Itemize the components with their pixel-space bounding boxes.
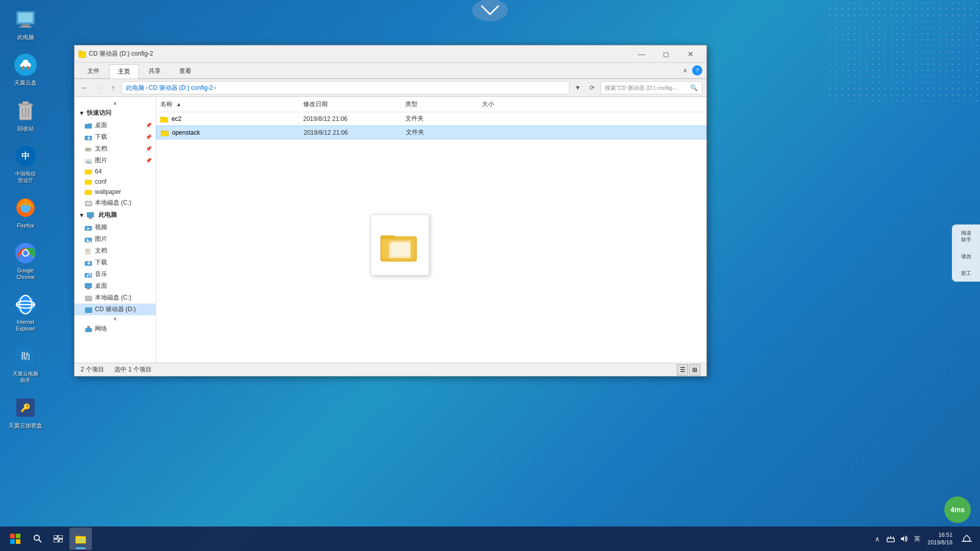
pictures-folder-icon bbox=[85, 157, 93, 164]
start-button[interactable] bbox=[4, 528, 27, 550]
tray-notification[interactable] bbox=[958, 530, 976, 548]
nav-item-documents-pc[interactable]: 文档 bbox=[75, 245, 156, 257]
svg-rect-43 bbox=[89, 217, 92, 218]
nav-item-pictures[interactable]: 图片 📌 bbox=[75, 155, 156, 166]
right-panel: 阅读 助手 请勿 部工 bbox=[952, 224, 980, 282]
tray-time-value: 16:51 bbox=[927, 531, 952, 539]
help-button[interactable]: ? bbox=[692, 65, 702, 76]
details-view-button[interactable]: ☰ bbox=[677, 364, 688, 375]
svg-rect-58 bbox=[85, 296, 92, 301]
google-chrome-label: GoogleChrome bbox=[16, 267, 35, 281]
folder-preview-icon bbox=[380, 227, 421, 263]
quick-access-header[interactable]: ▼ 快速访问 bbox=[75, 107, 156, 119]
close-button[interactable]: ✕ bbox=[679, 46, 702, 62]
svg-rect-3 bbox=[19, 27, 32, 28]
tray-volume-icon[interactable] bbox=[899, 534, 909, 544]
back-button[interactable]: ← bbox=[79, 82, 91, 94]
pictures-pc-icon bbox=[85, 236, 93, 243]
svg-rect-78 bbox=[59, 539, 63, 542]
address-path[interactable]: 此电脑 › CD 驱动器 (D:) config-2 › bbox=[121, 81, 570, 94]
col-header-size[interactable]: 大小 bbox=[478, 99, 539, 110]
nav-item-pictures-pc[interactable]: 图片 bbox=[75, 233, 156, 245]
nav-conf-label: conf bbox=[95, 178, 107, 185]
svg-text:🔑: 🔑 bbox=[20, 403, 31, 413]
nav-item-cd-drive[interactable]: CD 驱动器 (D:) bbox=[75, 304, 156, 315]
nav-scroll-up[interactable]: ▲ bbox=[75, 99, 156, 107]
notification-icon bbox=[962, 534, 972, 543]
taskbar-app-file-explorer[interactable] bbox=[69, 528, 92, 550]
desktop-icon-google-chrome[interactable]: GoogleChrome bbox=[5, 239, 46, 283]
svg-rect-63 bbox=[160, 117, 168, 122]
search-box[interactable]: 搜索"CD 驱动器 (D:) config-... 🔍 bbox=[600, 81, 702, 94]
right-panel-notice[interactable]: 请勿 bbox=[961, 253, 971, 260]
recycle-bin-icon bbox=[13, 98, 38, 123]
col-header-date[interactable]: 修改日期 bbox=[299, 99, 401, 110]
nav-item-downloads[interactable]: 下载 📌 bbox=[75, 131, 156, 143]
svg-rect-34 bbox=[86, 149, 90, 151]
nav-item-network[interactable]: 网络 bbox=[75, 323, 156, 335]
tray-network-icon[interactable] bbox=[886, 534, 896, 544]
firefox-icon bbox=[13, 195, 38, 220]
nav-desktop-label: 桌面 bbox=[95, 121, 107, 130]
desktop-icon-this-pc[interactable]: 此电脑 bbox=[5, 5, 46, 43]
task-view-button[interactable] bbox=[49, 530, 67, 548]
nav-item-desktop-pc[interactable]: 桌面 bbox=[75, 280, 156, 292]
item-count: 2 个项目 bbox=[81, 365, 104, 374]
ribbon-tab-home[interactable]: 主页 bbox=[109, 64, 139, 79]
nav-wallpaper-label: wallpaper bbox=[95, 188, 121, 195]
minimize-button[interactable]: — bbox=[630, 46, 653, 62]
desktop-icon-tianyi-cloud[interactable]: 天翼云盘 bbox=[5, 51, 46, 88]
nav-local-c-label: 本地磁盘 (C:) bbox=[95, 293, 131, 302]
ribbon-collapse-button[interactable]: ∧ bbox=[680, 65, 690, 76]
nav-item-local-c[interactable]: 本地磁盘 (C:) bbox=[75, 292, 156, 304]
svg-point-73 bbox=[34, 535, 39, 540]
col-header-type[interactable]: 类型 bbox=[401, 99, 478, 110]
right-panel-read[interactable]: 阅读 助手 bbox=[961, 230, 971, 243]
ping-badge[interactable]: 4ms bbox=[944, 496, 971, 523]
desktop-icon-ie[interactable]: InternetExplorer bbox=[5, 290, 46, 334]
up-button[interactable]: ↑ bbox=[107, 82, 119, 94]
ribbon-tab-share[interactable]: 共享 bbox=[140, 64, 169, 78]
nav-item-downloads-pc[interactable]: 下载 bbox=[75, 257, 156, 268]
quick-access-label: 快速访问 bbox=[87, 109, 111, 117]
taskbar-search[interactable] bbox=[29, 530, 47, 548]
file-row-ec2[interactable]: ec2 2019/8/12 21:06 文件夹 bbox=[156, 112, 706, 126]
large-icons-view-button[interactable]: ⊞ bbox=[689, 364, 700, 375]
this-pc-header[interactable]: ▼ 此电脑 bbox=[75, 209, 156, 221]
forward-button[interactable]: → bbox=[93, 82, 105, 94]
desktop-icon-china-telecom[interactable]: 中 中国电信营业厅 bbox=[5, 142, 46, 186]
nav-item-music[interactable]: 音乐 bbox=[75, 268, 156, 280]
nav-item-documents[interactable]: 文档 📌 bbox=[75, 143, 156, 155]
desktop-icon-tianyi-key[interactable]: 🔑 天翼云加密盘 bbox=[5, 393, 46, 431]
scroll-down-button[interactable] bbox=[470, 0, 510, 24]
nav-item-videos[interactable]: 视频 bbox=[75, 221, 156, 233]
nav-scroll-down[interactable]: ▼ bbox=[75, 315, 156, 323]
nav-pictures-pc-label: 图片 bbox=[95, 235, 107, 243]
svg-rect-69 bbox=[10, 534, 15, 538]
tray-clock[interactable]: 16:51 2019/8/16 bbox=[925, 531, 954, 547]
tray-lang-icon[interactable]: 英 bbox=[912, 534, 922, 544]
nav-item-conf[interactable]: conf bbox=[75, 177, 156, 187]
desktop-icon-firefox[interactable]: Firefox bbox=[5, 193, 46, 231]
nav-pane: ▲ ▼ 快速访问 桌面 📌 下载 📌 bbox=[75, 97, 156, 363]
desktop-icon-tianyi-helper[interactable]: 助 天翼云电脑助手 bbox=[5, 342, 46, 386]
dropdown-button[interactable]: ▼ bbox=[572, 82, 584, 94]
nav-item-desktop[interactable]: 桌面 📌 bbox=[75, 119, 156, 131]
svg-text:助: 助 bbox=[21, 351, 30, 361]
refresh-button[interactable]: ⟳ bbox=[586, 82, 598, 94]
tray-chevron[interactable]: ∧ bbox=[872, 534, 883, 544]
svg-rect-9 bbox=[22, 102, 29, 104]
nav-item-wallpaper[interactable]: wallpaper bbox=[75, 187, 156, 197]
right-panel-tools[interactable]: 部工 bbox=[961, 270, 971, 277]
ribbon-tab-file[interactable]: 文件 bbox=[79, 64, 108, 78]
nav-item-64[interactable]: 64 bbox=[75, 166, 156, 177]
desktop-icon-recycle-bin[interactable]: 回收站 bbox=[5, 96, 46, 134]
ie-icon bbox=[13, 292, 38, 317]
nav-item-local-c-quick[interactable]: 本地磁盘 (C:) bbox=[75, 197, 156, 209]
ribbon-tab-view[interactable]: 查看 bbox=[170, 64, 200, 78]
file-row-openstack[interactable]: openstack 2019/8/12 21:06 文件夹 bbox=[156, 126, 706, 139]
nav-downloads-label: 下载 bbox=[95, 133, 107, 141]
folder-conf-icon bbox=[85, 178, 93, 185]
col-header-name[interactable]: 名称 ▲ bbox=[156, 99, 299, 110]
maximize-button[interactable]: ◻ bbox=[654, 46, 678, 62]
